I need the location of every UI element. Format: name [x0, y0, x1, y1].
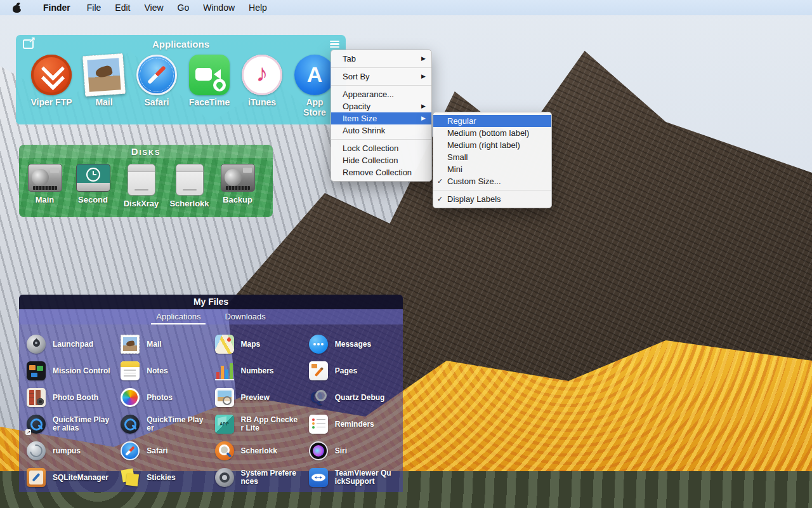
grid-item-reminders[interactable]: Reminders [306, 411, 400, 438]
grid-item-label: Safari [147, 447, 167, 455]
app-item-viper-ftp[interactable]: Viper FTP [30, 55, 72, 117]
grid-item-numbers[interactable]: Numbers [213, 358, 306, 384]
disk-item-backup[interactable]: Backup [216, 164, 259, 208]
grid-item-rumpus[interactable]: rumpus [24, 438, 118, 464]
expand-collection-icon[interactable] [23, 39, 34, 49]
menu-item-lock-collection[interactable]: Lock Collection [331, 142, 431, 154]
grid-item-quicktime[interactable]: QuickTime Play er [118, 411, 212, 438]
menu-separator [433, 190, 551, 190]
grid-item-sqlitemanager[interactable]: SQLiteManager [24, 464, 118, 491]
submenu-item-medium-bottom-label[interactable]: Medium (bottom label) [433, 127, 551, 139]
menu-item-label: Custom Size... [447, 177, 501, 186]
grid-item-quicktime-alias[interactable]: ↗ QuickTime Play er alias [24, 411, 118, 438]
app-item-itunes[interactable]: iTunes [241, 55, 283, 117]
safari-compass-icon [136, 55, 177, 95]
menubar-item-view[interactable]: View [137, 0, 170, 15]
disk-item-diskxray[interactable]: DiskXray [120, 164, 162, 208]
grid-item-label: QuickTime Play er [147, 416, 203, 432]
menu-bar: Finder File Edit View Go Window Help [0, 0, 812, 15]
applications-collection: Applications Viper FTP Mail Safari FaceT… [16, 35, 346, 124]
grid-item-launchpad[interactable]: Launchpad [24, 331, 118, 358]
apple-menu-icon[interactable] [13, 3, 22, 13]
disk-item-main[interactable]: Main [23, 164, 66, 208]
menu-item-opacity[interactable]: Opacity ▶ [331, 100, 431, 112]
grid-item-label: QuickTime Play er alias [53, 416, 109, 432]
submenu-item-custom-size[interactable]: ✓ Custom Size... [433, 175, 551, 187]
menu-item-tab[interactable]: Tab ▶ [331, 53, 431, 65]
external-drive-icon [176, 164, 204, 196]
grid-item-system-preferences[interactable]: System Prefere nces [213, 464, 306, 491]
menu-item-label: Small [447, 152, 468, 162]
grid-item-safari[interactable]: Safari [118, 438, 212, 464]
app-item-mail[interactable]: Mail [83, 55, 125, 117]
submenu-item-medium-right-label[interactable]: Medium (right label) [433, 139, 551, 151]
menubar-item-help[interactable]: Help [242, 0, 274, 15]
tab-applications[interactable]: Applications [155, 311, 202, 323]
disk-label: DiskXray [124, 199, 159, 208]
collection-title: Disks [19, 145, 273, 158]
menubar-item-edit[interactable]: Edit [108, 0, 137, 15]
grid-item-maps[interactable]: Maps [213, 331, 306, 358]
database-pencil-icon [27, 468, 46, 487]
grid-item-label: System Prefere nces [241, 469, 296, 486]
app-item-app-store[interactable]: App Store [294, 55, 336, 117]
menu-item-label: Remove Collection [343, 168, 412, 177]
grid-item-label: Stickies [147, 474, 175, 482]
grid-item-label: Reminders [335, 420, 374, 429]
menu-item-item-size[interactable]: Item Size ▶ [331, 112, 431, 124]
menu-item-label: Mini [447, 164, 462, 174]
disk-item-second[interactable]: Second [72, 164, 114, 208]
grid-item-pages[interactable]: Pages [306, 358, 400, 384]
grid-item-scherlokk[interactable]: Scherlokk [213, 438, 306, 464]
submenu-item-small[interactable]: Small [433, 151, 551, 163]
menubar-item-finder[interactable]: Finder [36, 0, 77, 15]
grid-item-stickies[interactable]: Stickies [118, 464, 212, 491]
grid-item-quartz-debug[interactable]: Quartz Debug [306, 384, 400, 411]
menubar-item-window[interactable]: Window [196, 0, 242, 15]
mail-stamp-icon [121, 335, 140, 354]
menu-item-auto-shrink[interactable]: Auto Shrink [331, 124, 431, 137]
orange-magnifier-icon [215, 441, 234, 460]
grid-item-mission-control[interactable]: Mission Control [24, 358, 118, 384]
grid-item-messages[interactable]: Messages [306, 331, 400, 358]
gear-icon [215, 468, 234, 487]
grid-item-preview[interactable]: Preview [213, 384, 306, 411]
app-item-safari[interactable]: Safari [136, 55, 178, 117]
collection-menu-icon[interactable] [330, 41, 339, 48]
photo-magnifier-icon [215, 388, 234, 407]
tab-downloads[interactable]: Downloads [223, 311, 266, 323]
menubar-item-go[interactable]: Go [171, 0, 197, 15]
menubar-item-file[interactable]: File [80, 0, 108, 15]
submenu-item-display-labels[interactable]: ✓ Display Labels [433, 193, 551, 205]
grid-item-label: Maps [241, 340, 261, 349]
menu-item-label: Opacity [343, 102, 370, 111]
menu-item-hide-collection[interactable]: Hide Collection [331, 154, 431, 166]
menu-item-sort-by[interactable]: Sort By ▶ [331, 70, 431, 83]
bar-chart-icon [215, 361, 234, 380]
disks-collection: Disks Main Second DiskXray Scherlokk Bac… [19, 145, 273, 217]
grid-item-notes[interactable]: Notes [118, 358, 212, 384]
submenu-arrow-icon: ▶ [421, 100, 426, 112]
grid-item-rb-app-checker[interactable]: RB App Checke r Lite [213, 411, 306, 438]
menu-item-label: Lock Collection [343, 144, 398, 153]
menu-item-remove-collection[interactable]: Remove Collection [331, 166, 431, 178]
grid-item-label: RB App Checke r Lite [241, 416, 298, 432]
grid-item-label: Siri [335, 447, 347, 455]
my-files-header: My Files [19, 295, 403, 309]
grid-item-siri[interactable]: Siri [306, 438, 400, 464]
menu-item-appearance[interactable]: Appearance... [331, 88, 431, 100]
submenu-item-regular[interactable]: Regular [433, 115, 551, 127]
grid-item-label: Messages [335, 340, 371, 349]
submenu-arrow-icon: ▶ [421, 53, 426, 65]
quicktime-q-alias-icon: ↗ [27, 415, 46, 434]
grid-item-teamviewer[interactable]: TeamViewer Qu ickSupport [306, 464, 400, 491]
disk-item-scherlokk[interactable]: Scherlokk [168, 164, 211, 208]
submenu-item-mini[interactable]: Mini [433, 163, 551, 175]
grid-item-label: Scherlokk [241, 447, 277, 455]
grid-item-label: Pages [335, 367, 357, 375]
app-item-facetime[interactable]: FaceTime [188, 55, 230, 117]
grid-item-photo-booth[interactable]: Photo Booth [24, 384, 118, 411]
facetime-camera-icon [189, 55, 230, 95]
grid-item-photos[interactable]: Photos [118, 384, 212, 411]
grid-item-mail[interactable]: Mail [118, 331, 212, 358]
